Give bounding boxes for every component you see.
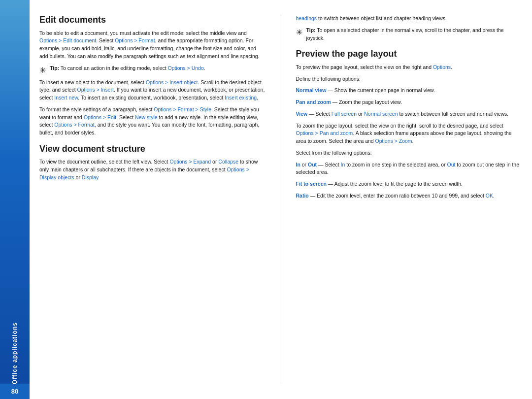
tip-box-1: ✳ Tip: To cancel an action in the editin… bbox=[39, 65, 266, 75]
ratio-link[interactable]: Ratio bbox=[296, 193, 309, 199]
options-edit-link[interactable]: Options > Edit document bbox=[39, 37, 96, 43]
normal-view-link[interactable]: Normal view bbox=[296, 87, 327, 93]
new-style-link[interactable]: New style bbox=[135, 114, 158, 120]
main-content: Edit documents To be able to edit a docu… bbox=[30, 0, 532, 399]
headings-link[interactable]: headings bbox=[296, 15, 317, 21]
format-link[interactable]: Format bbox=[78, 122, 95, 128]
ratio-option: Ratio — Edit the zoom level, enter the z… bbox=[296, 192, 523, 200]
column-divider bbox=[281, 15, 281, 384]
tip-icon-2: ✳ bbox=[296, 28, 302, 37]
zoom-para: To zoom the page layout, select the view… bbox=[296, 122, 523, 145]
insert-existing-link[interactable]: Insert existing bbox=[225, 95, 257, 100]
preview-intro: To preview the page layout, select the v… bbox=[296, 64, 523, 71]
edit-documents-para3: To format the style settings of a paragr… bbox=[39, 106, 266, 137]
in-out-option: In or Out — Select In to zoom in one ste… bbox=[296, 161, 523, 177]
sidebar: Office applications 80 bbox=[0, 0, 30, 399]
options-format-style-link[interactable]: Options > Format > Style bbox=[154, 106, 211, 112]
out-link[interactable]: Out bbox=[308, 162, 317, 167]
tip-box-2: ✳ Tip: To open a selected chapter in the… bbox=[296, 27, 523, 42]
options-zoom-link[interactable]: Options > Zoom bbox=[375, 138, 412, 144]
define-options-label: Define the following options: bbox=[296, 75, 523, 83]
options-format-link[interactable]: Options > Format bbox=[115, 37, 155, 43]
edit-documents-section: Edit documents To be able to edit a docu… bbox=[39, 15, 266, 137]
pan-zoom-option: Pan and zoom — Zoom the page layout view… bbox=[296, 99, 523, 106]
insert-new-link[interactable]: Insert new bbox=[54, 95, 78, 100]
edit-documents-title: Edit documents bbox=[39, 15, 266, 26]
options-insert-object-link[interactable]: Options > Insert object bbox=[146, 79, 198, 85]
options-display-objects-link[interactable]: Options > Display objects bbox=[39, 166, 249, 180]
right-col-continuation: headings to switch between object list a… bbox=[296, 15, 523, 23]
page-number: 80 bbox=[0, 384, 30, 399]
tip-icon-1: ✳ bbox=[39, 66, 46, 75]
options-expand-link[interactable]: Options > Expand bbox=[169, 159, 211, 165]
full-screen-link[interactable]: Full screen bbox=[332, 111, 357, 117]
view-document-section: View document structure To view the docu… bbox=[39, 144, 266, 182]
select-options-label: Select from the following options: bbox=[296, 149, 523, 157]
options-edit2-link[interactable]: Options > Edit bbox=[84, 114, 116, 120]
tip-text-1: Tip: To cancel an action in the editing … bbox=[50, 65, 205, 72]
normal-view-option: Normal view — Show the current open page… bbox=[296, 87, 523, 95]
in-link[interactable]: In bbox=[296, 162, 300, 167]
pan-zoom-link[interactable]: Pan and zoom bbox=[296, 99, 331, 105]
view-link[interactable]: View bbox=[296, 111, 308, 117]
options-undo-link[interactable]: Options > Undo bbox=[168, 65, 204, 71]
view-document-title: View document structure bbox=[39, 144, 266, 155]
out-link2[interactable]: Out bbox=[447, 162, 456, 167]
options-pan-zoom-link[interactable]: Options > Pan and zoom bbox=[296, 130, 353, 136]
right-column: headings to switch between object list a… bbox=[291, 15, 523, 384]
edit-documents-para2: To insert a new object to the document, … bbox=[39, 79, 266, 102]
left-column: Edit documents To be able to edit a docu… bbox=[39, 15, 271, 384]
normal-screen-link[interactable]: Normal screen bbox=[364, 111, 398, 117]
view-document-para1: To view the document outline, select the… bbox=[39, 158, 266, 181]
options-insert-link[interactable]: Options > Insert bbox=[77, 87, 113, 93]
fit-screen-option: Fit to screen — Adjust the zoom level to… bbox=[296, 180, 523, 188]
in-link2[interactable]: In bbox=[341, 162, 345, 167]
edit-documents-para1: To be able to edit a document, you must … bbox=[39, 30, 266, 61]
ok-link[interactable]: OK bbox=[486, 193, 493, 199]
tip-text-2: Tip: To open a selected chapter in the n… bbox=[306, 27, 523, 42]
options-preview-link[interactable]: Options bbox=[433, 64, 451, 70]
collapse-link[interactable]: Collapse bbox=[218, 159, 238, 165]
preview-title: Preview the page layout bbox=[296, 49, 523, 60]
view-option: View — Select Full screen or Normal scre… bbox=[296, 110, 523, 118]
preview-section: Preview the page layout To preview the p… bbox=[296, 49, 523, 200]
options-link[interactable]: Options > bbox=[54, 122, 76, 128]
display-link[interactable]: Display bbox=[82, 174, 99, 180]
sidebar-label: Office applications bbox=[11, 322, 18, 384]
fit-screen-link[interactable]: Fit to screen bbox=[296, 181, 327, 187]
